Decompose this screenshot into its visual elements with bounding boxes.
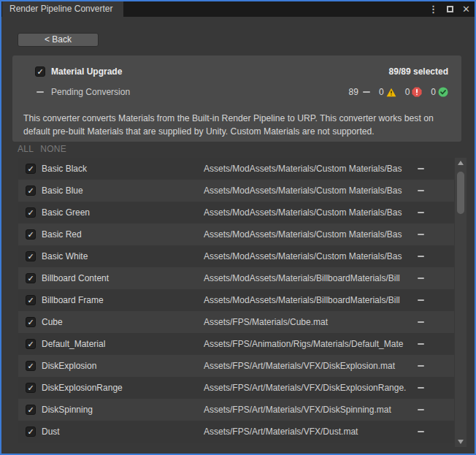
material-row[interactable]: ✓ DiskExplosionRange Assets/FPS/Art/Mate… (18, 377, 454, 399)
render-pipeline-converter-window: Render Pipeline Converter ⋮ ✕ < Back ✓ M… (0, 0, 476, 455)
warning-count: 0 (379, 87, 384, 97)
pending-count: 89 (349, 87, 358, 97)
material-path: Assets/ModAssets/Materials/Custom Materi… (204, 207, 412, 218)
material-status-dash-icon (418, 409, 424, 410)
converter-checkbox[interactable]: ✓ (35, 66, 45, 77)
material-name: Billboard Content (42, 273, 109, 283)
material-name: DiskSpinning (42, 405, 93, 415)
material-checkbox[interactable]: ✓ (26, 186, 36, 196)
success-icon (438, 87, 448, 97)
material-path: Assets/FPS/Art/Materials/VFX/DiskExplosi… (204, 383, 412, 393)
material-path: Assets/FPS/Art/Materials/VFX/DiskExplosi… (204, 361, 412, 371)
material-row[interactable]: ✓ DiskExplosion Assets/FPS/Art/Materials… (18, 355, 454, 377)
material-row[interactable]: ✓ Billboard Frame Assets/ModAssets/Mater… (18, 289, 454, 311)
material-checkbox[interactable]: ✓ (26, 405, 36, 415)
material-status-dash-icon (418, 234, 424, 235)
material-checkbox[interactable]: ✓ (26, 383, 36, 393)
material-status-dash-icon (418, 365, 424, 367)
material-path: Assets/FPS/Art/Materials/VFX/DiskSpinnin… (204, 405, 412, 415)
window-menu-icon[interactable]: ⋮ (429, 4, 438, 15)
material-name: Basic Red (42, 229, 82, 240)
material-checkbox[interactable]: ✓ (26, 361, 36, 371)
material-checkbox[interactable]: ✓ (26, 229, 36, 240)
material-row[interactable]: ✓ Basic White Assets/ModAssets/Materials… (18, 245, 454, 267)
material-status-dash-icon (418, 343, 424, 345)
material-name: DiskExplosion (42, 361, 96, 371)
material-status-dash-icon (418, 190, 424, 191)
material-status-dash-icon (418, 299, 424, 301)
material-row[interactable]: ✓ Billboard Content Assets/ModAssets/Mat… (18, 267, 454, 289)
material-status-dash-icon (418, 321, 424, 323)
material-row[interactable]: ✓ Basic Red Assets/ModAssets/Materials/C… (18, 223, 454, 245)
pending-conversion-row[interactable]: Pending Conversion 89 0 0 (12, 86, 448, 98)
material-row[interactable]: ✓ Cube Assets/FPS/Materials/Cube.mat (18, 311, 454, 333)
material-name: Basic Blue (42, 186, 83, 196)
material-row[interactable]: ✓ Basic Blue Assets/ModAssets/Materials/… (18, 180, 454, 202)
material-checkbox[interactable]: ✓ (26, 295, 36, 305)
material-path: Assets/ModAssets/Materials/Custom Materi… (204, 229, 412, 240)
material-row[interactable]: ✓ Basic Green Assets/ModAssets/Materials… (18, 202, 454, 223)
selected-count: 89/89 selected (389, 66, 448, 77)
material-checkbox[interactable]: ✓ (26, 251, 36, 261)
material-checkbox[interactable]: ✓ (26, 207, 36, 218)
material-checkbox[interactable]: ✓ (26, 317, 36, 327)
select-none-button[interactable]: NONE (40, 144, 66, 154)
material-name: Dust (42, 427, 60, 437)
converter-description: This converter converts Materials from t… (23, 112, 451, 138)
material-path: Assets/FPS/Materials/Cube.mat (204, 317, 412, 327)
material-name: Basic Green (42, 207, 90, 218)
scroll-down-icon[interactable] (458, 440, 464, 444)
pending-dash-icon (37, 91, 44, 93)
title-bar: Render Pipeline Converter ⋮ ✕ (1, 1, 475, 17)
error-icon (412, 87, 422, 97)
material-row[interactable]: ✓ Basic Black Assets/ModAssets/Materials… (18, 158, 454, 180)
select-all-button[interactable]: ALL (18, 144, 34, 154)
maximize-icon[interactable] (447, 6, 453, 12)
scrollbar-thumb[interactable] (457, 172, 464, 214)
material-checkbox[interactable]: ✓ (26, 273, 36, 283)
back-button[interactable]: < Back (18, 33, 99, 47)
material-name: Basic White (42, 251, 88, 261)
material-status-dash-icon (418, 168, 424, 169)
scroll-up-icon[interactable] (458, 161, 464, 165)
material-name: Billboard Frame (42, 295, 104, 305)
material-row[interactable]: ✓ DiskSpinning Assets/FPS/Art/Materials/… (18, 399, 454, 421)
material-row[interactable]: ✓ Dust Assets/FPS/Art/Materials/VFX/Dust… (18, 421, 454, 443)
material-path: Assets/ModAssets/Materials/Custom Materi… (204, 251, 412, 261)
material-status-dash-icon (418, 212, 424, 213)
material-path: Assets/ModAssets/Materials/Custom Materi… (204, 164, 412, 174)
material-path: Assets/ModAssets/Materials/BillboardMate… (204, 295, 412, 305)
material-status-dash-icon (418, 431, 424, 432)
material-checkbox[interactable]: ✓ (26, 427, 36, 437)
material-path: Assets/ModAssets/Materials/BillboardMate… (204, 273, 412, 283)
window-tab[interactable]: Render Pipeline Converter (2, 1, 123, 17)
material-row[interactable]: ✓ Default_Material Assets/FPS/Animation/… (18, 333, 454, 355)
material-status-dash-icon (418, 387, 424, 389)
converter-panel: ✓ Material Upgrade 89/89 selected Pendin… (12, 56, 461, 142)
material-path: Assets/FPS/Animation/Rigs/Materials/Defa… (204, 339, 412, 349)
error-count: 0 (405, 87, 410, 97)
window-title: Render Pipeline Converter (9, 4, 112, 14)
material-checkbox[interactable]: ✓ (26, 164, 36, 174)
material-checkbox[interactable]: ✓ (26, 339, 36, 349)
material-status-dash-icon (418, 256, 424, 257)
material-path: Assets/ModAssets/Materials/Custom Materi… (204, 186, 412, 196)
pending-icon (363, 91, 370, 93)
list-scrollbar[interactable] (455, 158, 467, 447)
material-path: Assets/FPS/Art/Materials/VFX/Dust.mat (204, 427, 412, 437)
material-name: Cube (42, 317, 63, 327)
materials-list: ✓ Basic Black Assets/ModAssets/Materials… (18, 158, 454, 443)
material-name: Basic Black (42, 164, 87, 174)
pending-conversion-label: Pending Conversion (51, 87, 130, 97)
material-name: DiskExplosionRange (42, 383, 123, 393)
material-status-dash-icon (418, 278, 424, 279)
success-count: 0 (431, 87, 436, 97)
material-name: Default_Material (42, 339, 105, 349)
converter-name: Material Upgrade (51, 66, 122, 77)
close-icon[interactable]: ✕ (462, 1, 470, 17)
warning-icon (386, 88, 396, 97)
